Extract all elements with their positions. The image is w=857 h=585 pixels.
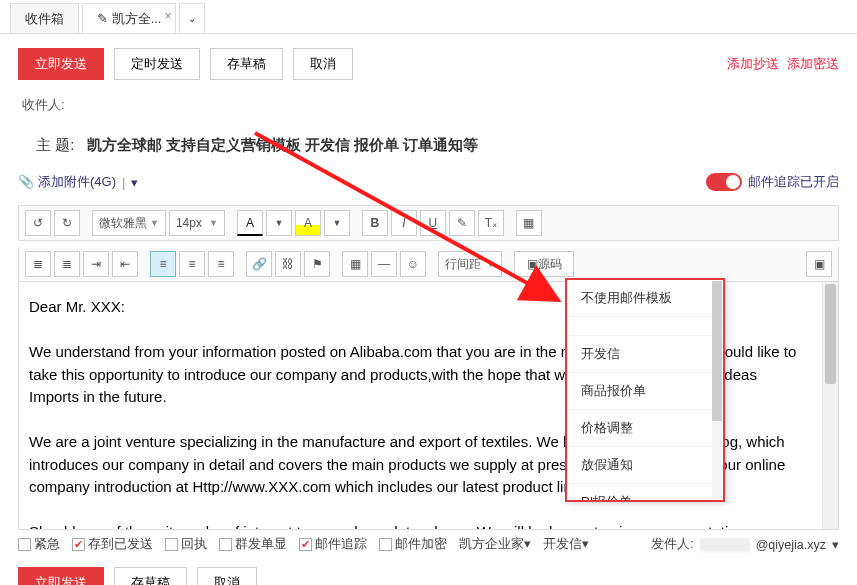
font-color-caret[interactable]: ▼	[266, 210, 292, 236]
signature-select[interactable]: 凯方企业家▾	[459, 536, 531, 553]
redo-button[interactable]: ↻	[54, 210, 80, 236]
hr-button[interactable]: —	[371, 251, 397, 277]
outdent-button[interactable]: ⇤	[112, 251, 138, 277]
editor-scrollbar[interactable]	[822, 282, 838, 529]
compose-icon: ✎	[97, 11, 108, 26]
close-icon[interactable]: ×	[164, 1, 171, 31]
font-size-select[interactable]: 14px▼	[169, 210, 225, 236]
add-attachment-link[interactable]: 添加附件(4G)	[18, 173, 116, 191]
mass-single-checkbox[interactable]: 群发单显	[219, 536, 287, 553]
template-item-quote[interactable]: 商品报价单	[567, 373, 723, 410]
tab-compose-label: 凯方全...	[112, 11, 162, 26]
attachment-caret[interactable]: ▾	[131, 175, 138, 190]
bold-button[interactable]: B	[362, 210, 388, 236]
template-item-holiday[interactable]: 放假通知	[567, 447, 723, 484]
encrypt-checkbox[interactable]: 邮件加密	[379, 536, 447, 553]
font-color-button[interactable]: A	[237, 210, 263, 236]
sender-label: 发件人:	[651, 536, 693, 553]
template-dropdown: 不使用邮件模板 开发信 商品报价单 价格调整 放假通知 PI报价单 节日祝福	[565, 278, 725, 502]
ul-button[interactable]: ≣	[25, 251, 51, 277]
cancel-button[interactable]: 取消	[293, 48, 353, 80]
track-checkbox[interactable]: ✔邮件追踪	[299, 536, 367, 553]
line-height-select[interactable]: 行间距▼	[438, 251, 502, 277]
expand-editor-button[interactable]: ▣	[806, 251, 832, 277]
bg-color-button[interactable]: A	[295, 210, 321, 236]
track-label: 邮件追踪已开启	[748, 173, 839, 191]
align-right-button[interactable]: ≡	[208, 251, 234, 277]
save-sent-checkbox[interactable]: ✔存到已发送	[72, 536, 153, 553]
ol-button[interactable]: ≣	[54, 251, 80, 277]
template-item-dev[interactable]: 开发信	[567, 336, 723, 373]
template-item-pi[interactable]: PI报价单	[567, 484, 723, 500]
template-item-none[interactable]: 不使用邮件模板	[567, 280, 723, 317]
flag-button[interactable]: ⚑	[304, 251, 330, 277]
underline-button[interactable]: U	[420, 210, 446, 236]
send-now-button[interactable]: 立即发送	[18, 48, 104, 80]
source-code-button[interactable]: ▣ 源码	[514, 251, 574, 277]
subject-label: 主 题:	[36, 136, 74, 153]
add-bcc-link[interactable]: 添加密送	[787, 55, 839, 73]
bg-color-caret[interactable]: ▼	[324, 210, 350, 236]
template-item-price[interactable]: 价格调整	[567, 410, 723, 447]
format-painter-button[interactable]: ✎	[449, 210, 475, 236]
undo-button[interactable]: ↺	[25, 210, 51, 236]
send-timed-button[interactable]: 定时发送	[114, 48, 200, 80]
sender-domain[interactable]: @qiyejia.xyz	[756, 538, 826, 552]
table-button[interactable]: ▦	[342, 251, 368, 277]
link-button[interactable]: 🔗	[246, 251, 272, 277]
attach-divider: |	[122, 175, 125, 190]
italic-button[interactable]: I	[391, 210, 417, 236]
recipient-label: 收件人:	[22, 96, 65, 114]
template-select[interactable]: 开发信▾	[543, 536, 589, 553]
tab-dropdown[interactable]: ⌄	[179, 3, 205, 33]
subject-value[interactable]: 凯方全球邮 支持自定义营销模板 开发信 报价单 订单通知等	[87, 136, 479, 153]
emoji-button[interactable]: ☺	[400, 251, 426, 277]
save-draft-button[interactable]: 存草稿	[210, 48, 283, 80]
sender-redacted	[700, 538, 750, 552]
align-center-button[interactable]: ≡	[179, 251, 205, 277]
body-p4: Should any of these items be of interest…	[29, 521, 804, 529]
align-left-button[interactable]: ≡	[150, 251, 176, 277]
receipt-checkbox[interactable]: 回执	[165, 536, 207, 553]
dropdown-scrollbar[interactable]	[712, 281, 722, 499]
tab-inbox[interactable]: 收件箱	[10, 3, 79, 33]
track-toggle[interactable]	[706, 173, 742, 191]
send-now-button-bottom[interactable]: 立即发送	[18, 567, 104, 585]
insert-image-button[interactable]: ▦	[516, 210, 542, 236]
tab-compose[interactable]: ✎ 凯方全... ×	[82, 3, 176, 33]
template-item-blank[interactable]	[567, 317, 723, 336]
indent-button[interactable]: ⇥	[83, 251, 109, 277]
clear-format-button[interactable]: Tₓ	[478, 210, 504, 236]
unlink-button[interactable]: ⛓	[275, 251, 301, 277]
sender-caret[interactable]: ▾	[832, 537, 839, 552]
cancel-button-bottom[interactable]: 取消	[197, 567, 257, 585]
add-cc-link[interactable]: 添加抄送	[727, 55, 779, 73]
urgent-checkbox[interactable]: 紧急	[18, 536, 60, 553]
save-draft-button-bottom[interactable]: 存草稿	[114, 567, 187, 585]
font-family-select[interactable]: 微软雅黑▼	[92, 210, 166, 236]
